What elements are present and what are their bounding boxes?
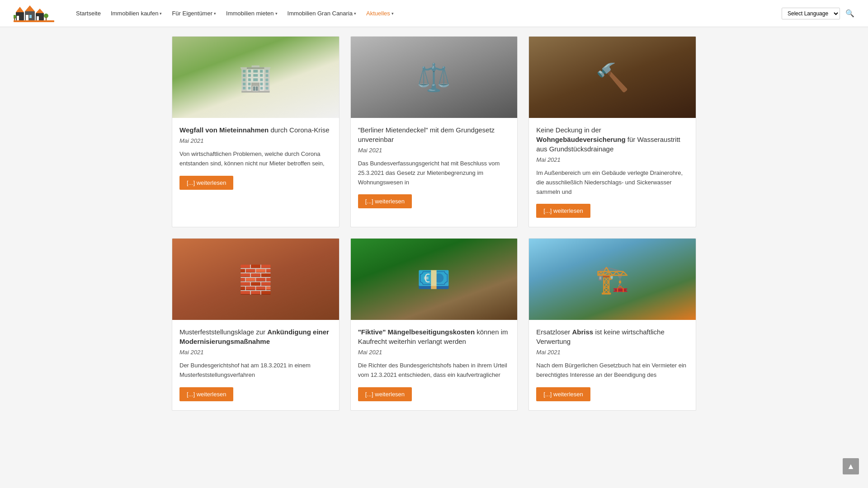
nav-kaufen[interactable]: Immobilien kaufen ▾ (107, 8, 166, 19)
nav-startseite[interactable]: Startseite (72, 8, 104, 19)
card-excerpt-4: Der Bundesgerichtshof hat am 18.3.2021 i… (179, 361, 332, 380)
card-5: "Fiktive" Mängelbeseitigungskosten könne… (350, 238, 518, 411)
card-date-2: Mai 2021 (358, 147, 510, 154)
svg-rect-10 (14, 20, 54, 22)
nav-eigentuemer[interactable]: Für Eigentümer ▾ (168, 8, 220, 19)
card-date-1: Mai 2021 (179, 137, 332, 144)
svg-rect-6 (29, 15, 32, 18)
weiterlesen-button-3[interactable]: [...] weiterlesen (536, 204, 590, 218)
card-title-4: Musterfeststellungsklage zur Ankündigung… (179, 327, 332, 346)
nav-mieten[interactable]: Immobilien mieten ▾ (222, 8, 281, 19)
main-nav: Startseite Immobilien kaufen ▾ Für Eigen… (72, 8, 782, 19)
card-excerpt-6: Nach dem Bürgerlichen Gesetzbuch hat ein… (536, 361, 689, 380)
chevron-down-icon: ▾ (275, 11, 278, 16)
svg-rect-12 (14, 18, 15, 20)
site-logo[interactable] (14, 3, 54, 23)
chevron-down-icon: ▾ (354, 11, 356, 16)
nav-right: Select Language English Deutsch Español … (782, 8, 854, 19)
card-title-2: "Berliner Mietendeckel" mit dem Grundges… (358, 125, 510, 144)
card-3: Keine Deckung in der Wohngebäudeversiche… (528, 36, 696, 227)
card-body-4: Musterfeststellungsklage zur Ankündigung… (172, 320, 339, 410)
weiterlesen-button-4[interactable]: [...] weiterlesen (179, 387, 233, 401)
weiterlesen-button-6[interactable]: [...] weiterlesen (536, 387, 590, 401)
card-6: Ersatzloser Abriss ist keine wirtschaftl… (528, 238, 696, 411)
weiterlesen-button-2[interactable]: [...] weiterlesen (358, 194, 412, 208)
svg-rect-9 (37, 16, 39, 20)
card-4: Musterfeststellungsklage zur Ankündigung… (172, 238, 340, 411)
chevron-down-icon: ▾ (392, 11, 394, 16)
card-image-6 (529, 239, 696, 320)
card-body-6: Ersatzloser Abriss ist keine wirtschaftl… (529, 320, 696, 410)
logo-svg (14, 3, 54, 23)
card-date-3: Mai 2021 (536, 156, 689, 163)
card-excerpt-1: Von wirtschaftlichen Problemen, welche d… (179, 150, 332, 169)
weiterlesen-button-5[interactable]: [...] weiterlesen (358, 387, 412, 401)
card-image-2 (351, 37, 518, 118)
svg-rect-5 (26, 15, 28, 20)
card-image-3 (529, 37, 696, 118)
card-excerpt-2: Das Bundesverfassungsgericht hat mit Bes… (358, 159, 510, 187)
card-image-1 (172, 37, 339, 118)
card-title-1: Wegfall von Mieteinnahmen durch Corona-K… (179, 125, 332, 135)
svg-marker-1 (16, 7, 24, 12)
language-select[interactable]: Select Language English Deutsch Español (782, 8, 840, 19)
site-header: Startseite Immobilien kaufen ▾ Für Eigen… (0, 0, 868, 27)
card-body-5: "Fiktive" Mängelbeseitigungskosten könne… (351, 320, 518, 410)
card-title-6: Ersatzloser Abriss ist keine wirtschaftl… (536, 327, 689, 346)
main-content: Wegfall von Mieteinnahmen durch Corona-K… (163, 27, 705, 420)
card-image-5 (351, 239, 518, 320)
nav-aktuelles[interactable]: Aktuelles ▾ (363, 8, 397, 19)
nav-gran-canaria[interactable]: Immobilien Gran Canaria ▾ (284, 8, 360, 19)
card-body-3: Keine Deckung in der Wohngebäudeversiche… (529, 118, 696, 227)
svg-rect-2 (17, 16, 19, 20)
svg-marker-8 (36, 9, 44, 13)
cards-grid: Wegfall von Mieteinnahmen durch Corona-K… (172, 36, 696, 411)
card-excerpt-5: Die Richter des Bundesgerichtshofs haben… (358, 361, 510, 380)
chevron-down-icon: ▾ (214, 11, 216, 16)
card-2: "Berliner Mietendeckel" mit dem Grundges… (350, 36, 518, 227)
search-button[interactable]: 🔍 (845, 9, 854, 18)
card-excerpt-3: Im Außenbereich um ein Gebäude verlegte … (536, 169, 689, 197)
card-image-4 (172, 239, 339, 320)
card-title-5: "Fiktive" Mängelbeseitigungskosten könne… (358, 327, 510, 346)
card-body-2: "Berliner Mietendeckel" mit dem Grundges… (351, 118, 518, 217)
card-date-6: Mai 2021 (536, 349, 689, 356)
card-title-3: Keine Deckung in der Wohngebäudeversiche… (536, 125, 689, 154)
card-date-4: Mai 2021 (179, 349, 332, 356)
svg-marker-4 (25, 5, 35, 11)
svg-rect-14 (46, 17, 47, 20)
card-body-1: Wegfall von Mieteinnahmen durch Corona-K… (172, 118, 339, 199)
card-date-5: Mai 2021 (358, 349, 510, 356)
chevron-down-icon: ▾ (160, 11, 162, 16)
weiterlesen-button-1[interactable]: [...] weiterlesen (179, 176, 233, 190)
card-1: Wegfall von Mieteinnahmen durch Corona-K… (172, 36, 340, 227)
